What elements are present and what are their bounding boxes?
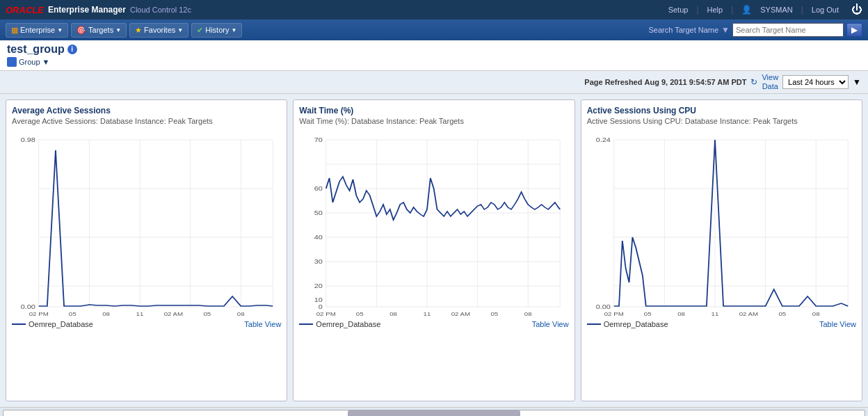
svg-text:05: 05 (356, 311, 364, 317)
enterprise-icon: ▦ (11, 26, 18, 35)
user-icon: 👤 (741, 5, 752, 15)
svg-text:0.00: 0.00 (595, 303, 611, 310)
chart3-svg: 0.24 0.00 02 PM 05 08 (587, 129, 856, 317)
svg-text:0.98: 0.98 (21, 136, 36, 143)
nav-items: ▦ Enterprise ▼ 🎯 Targets ▼ ★ Favorites ▼… (6, 23, 242, 38)
group-label: Group (19, 58, 40, 66)
view-label: View (762, 73, 778, 82)
page-header: test_group i Group ▼ (0, 40, 868, 71)
horizontal-scrollbar[interactable] (3, 410, 865, 416)
oracle-label: ORACLE (6, 5, 44, 15)
targets-label: Targets (88, 26, 113, 34)
svg-text:50: 50 (314, 209, 323, 216)
page-title-text: test_group (7, 43, 65, 56)
chart3-legend-text: Oemrep_Database (604, 320, 668, 328)
svg-text:08: 08 (102, 311, 110, 317)
search-area: Search Target Name ▼ ▶ (648, 23, 862, 37)
second-navigation: ▦ Enterprise ▼ 🎯 Targets ▼ ★ Favorites ▼… (0, 19, 868, 40)
svg-text:11: 11 (424, 311, 431, 317)
chart2-legend: Oemrep_Database (299, 320, 380, 328)
chart1-table-view[interactable]: Table View (244, 320, 281, 328)
svg-text:05: 05 (69, 311, 77, 317)
em-label: Enterprise Manager (48, 5, 126, 15)
chart3-footer: Oemrep_Database Table View (587, 320, 856, 328)
time-select[interactable]: Last 24 hours Last 7 days Last 31 days (782, 75, 849, 89)
svg-text:0: 0 (319, 303, 323, 310)
chart1-legend-text: Oemrep_Database (29, 320, 93, 328)
history-icon: ✔ (197, 26, 203, 35)
chart1-legend: Oemrep_Database (12, 320, 93, 328)
setup-link[interactable]: Setup (668, 6, 689, 14)
svg-text:02 PM: 02 PM (604, 311, 623, 317)
chart3-subtitle: Active Sessions Using CPU: Database Inst… (587, 117, 856, 125)
svg-text:10: 10 (314, 296, 323, 303)
view-data-button[interactable]: View Data (762, 73, 778, 91)
info-icon[interactable]: i (67, 45, 77, 54)
history-nav[interactable]: ✔ History ▼ (191, 23, 242, 38)
toolbar: Page Refreshed Aug 9, 2011 9:54:57 AM PD… (0, 71, 868, 94)
targets-icon: 🎯 (77, 26, 86, 35)
chart3-legend: Oemrep_Database (587, 320, 668, 328)
logout-link[interactable]: Log Out (812, 6, 839, 14)
svg-text:0.24: 0.24 (595, 136, 611, 143)
svg-text:0.00: 0.00 (21, 303, 36, 310)
page-title-area: test_group i (7, 43, 861, 56)
targets-nav[interactable]: 🎯 Targets ▼ (71, 23, 127, 38)
view-controls: Page Refreshed Aug 9, 2011 9:54:57 AM PD… (584, 73, 861, 91)
targets-arrow: ▼ (115, 27, 121, 33)
oracle-logo: ORACLE Enterprise Manager Cloud Control … (6, 5, 191, 15)
chart2-svg: 70 60 50 40 30 20 10 0 (299, 129, 568, 317)
svg-text:05: 05 (491, 311, 499, 317)
enterprise-arrow: ▼ (57, 27, 63, 33)
svg-text:08: 08 (677, 311, 685, 317)
svg-text:08: 08 (524, 311, 532, 317)
refresh-label: Page Refreshed (584, 78, 642, 86)
group-button[interactable]: Group ▼ (7, 57, 49, 67)
svg-text:30: 30 (314, 258, 323, 265)
favorites-nav[interactable]: ★ Favorites ▼ (129, 23, 188, 38)
top-nav-right: Setup | Help | 👤 SYSMAN | Log Out ⏻ (668, 3, 862, 16)
chart2-title: Wait Time (%) (299, 106, 568, 115)
svg-text:02 PM: 02 PM (29, 311, 49, 317)
history-label: History (205, 26, 229, 34)
avg-active-sessions-panel: Average Active Sessions Average Active S… (6, 99, 287, 401)
enterprise-nav[interactable]: ▦ Enterprise ▼ (6, 23, 68, 38)
search-dropdown-icon: ▼ (721, 25, 730, 35)
data-label: Data (762, 82, 778, 91)
chart1-subtitle: Average Active Sessions: Database Instan… (12, 117, 281, 125)
refresh-icon[interactable]: ↻ (750, 77, 757, 87)
search-input[interactable] (732, 23, 844, 37)
time-select-arrow: ▼ (853, 77, 861, 87)
cc-label: Cloud Control 12c (130, 6, 191, 14)
chart1-title: Average Active Sessions (12, 106, 281, 115)
chart1-svg: 0.98 0.00 02 PM 05 08 (12, 129, 281, 317)
chart3-table-view[interactable]: Table View (819, 320, 856, 328)
chart2-footer: Oemrep_Database Table View (299, 320, 568, 328)
user-link[interactable]: SYSMAN (760, 6, 792, 14)
svg-text:70: 70 (314, 136, 323, 143)
wait-time-panel: Wait Time (%) Wait Time (%): Database In… (293, 99, 574, 401)
chart3-area: 0.24 0.00 02 PM 05 08 (587, 129, 856, 317)
history-arrow: ▼ (231, 27, 236, 33)
svg-text:02 AM: 02 AM (164, 311, 183, 317)
svg-text:40: 40 (314, 234, 323, 241)
chart1-area: 0.98 0.00 02 PM 05 08 (12, 129, 281, 317)
legend-line2 (299, 323, 313, 325)
chart2-legend-text: Oemrep_Database (316, 320, 380, 328)
chart2-table-view[interactable]: Table View (532, 320, 569, 328)
main-content: Average Active Sessions Average Active S… (0, 94, 868, 407)
svg-text:11: 11 (711, 311, 718, 317)
top-navigation: ORACLE Enterprise Manager Cloud Control … (0, 0, 868, 19)
chart2-area: 70 60 50 40 30 20 10 0 (299, 129, 568, 317)
group-arrow: ▼ (42, 58, 50, 66)
svg-text:11: 11 (136, 311, 144, 317)
refresh-info: Page Refreshed Aug 9, 2011 9:54:57 AM PD… (584, 78, 746, 86)
search-button[interactable]: ▶ (846, 23, 862, 37)
help-link[interactable]: Help (707, 6, 723, 14)
svg-text:08: 08 (237, 311, 245, 317)
enterprise-label: Enterprise (20, 26, 55, 34)
svg-text:60: 60 (314, 185, 323, 192)
search-label: Search Target Name (648, 26, 718, 34)
legend-line (12, 323, 26, 325)
svg-text:05: 05 (643, 311, 651, 317)
